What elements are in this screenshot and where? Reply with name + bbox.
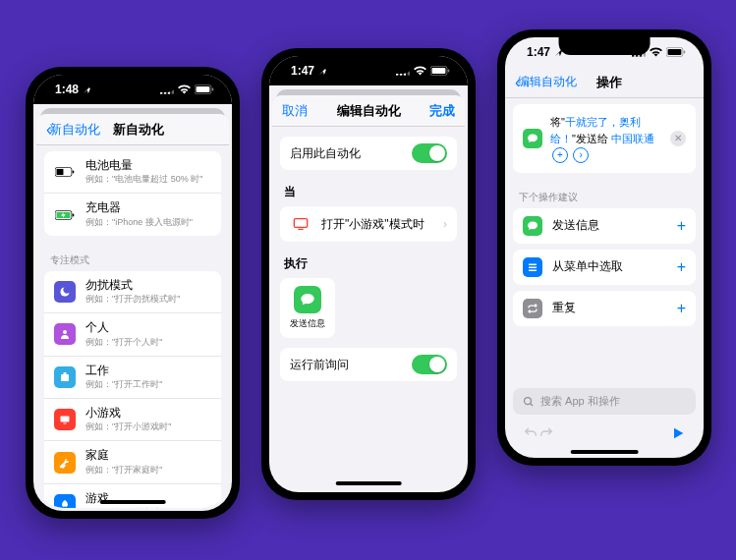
recipient-param[interactable]: 中国联通 <box>611 133 654 144</box>
nav-title: 编辑自动化 <box>337 102 401 120</box>
add-recipient-button[interactable]: + <box>552 147 568 163</box>
nav-bar: 取消 编辑自动化 完成 <box>272 95 465 127</box>
add-icon[interactable]: + <box>677 300 686 317</box>
redo-button[interactable] <box>538 425 554 444</box>
message-icon <box>523 129 542 148</box>
svg-rect-28 <box>432 68 446 74</box>
suggestion-send-message[interactable]: 发送信息 + <box>513 208 696 244</box>
wifi-icon <box>650 47 662 57</box>
battery-icon <box>666 47 686 57</box>
nav-bar: ‹新自动化 新自动化 <box>36 114 229 145</box>
action-summary[interactable]: 将"干就完了，奥利给！"发送给 中国联通 + › ✕ <box>513 104 696 173</box>
trigger-battery[interactable]: 电池电量例如："电池电量超过 50% 时" <box>44 151 221 194</box>
svg-point-13 <box>63 330 67 334</box>
svg-line-43 <box>531 403 534 406</box>
display-icon <box>54 409 76 430</box>
badge-icon <box>54 366 76 388</box>
focus-personal[interactable]: 个人例如："打开个人时" <box>44 313 221 356</box>
person-icon <box>54 323 76 345</box>
display-icon <box>290 213 311 235</box>
focus-family[interactable]: 家庭例如："打开家庭时" <box>44 441 221 483</box>
suggestion-label: 下个操作建议 <box>513 181 696 208</box>
battery-level-icon <box>54 161 76 183</box>
nav-title: 新自动化 <box>113 121 164 139</box>
focus-minigame[interactable]: 小游戏例如："打开小游戏时" <box>44 399 221 441</box>
wifi-icon <box>178 84 191 94</box>
svg-rect-14 <box>61 374 69 381</box>
svg-rect-16 <box>61 417 70 422</box>
undo-button[interactable] <box>523 425 538 444</box>
search-icon <box>523 396 535 408</box>
when-condition[interactable]: 打开"小游戏"模式时 › <box>280 206 457 242</box>
when-label: 当 <box>280 178 457 206</box>
svg-rect-15 <box>64 372 67 374</box>
menu-icon <box>523 257 542 277</box>
focus-gaming[interactable]: 游戏例如："打开游戏时" <box>44 484 221 508</box>
home-indicator[interactable] <box>336 481 402 485</box>
svg-rect-30 <box>294 219 307 228</box>
tools-icon <box>54 452 76 474</box>
svg-rect-17 <box>64 423 67 424</box>
svg-rect-5 <box>197 86 210 92</box>
wifi-icon <box>414 66 426 76</box>
back-button[interactable]: ‹编辑自动化 <box>515 74 577 91</box>
svg-rect-37 <box>668 49 682 55</box>
svg-rect-38 <box>684 50 686 53</box>
svg-rect-39 <box>529 263 537 265</box>
svg-rect-9 <box>73 171 75 174</box>
action-send-message[interactable]: 发送信息 <box>280 278 335 338</box>
run-button[interactable] <box>670 425 686 444</box>
search-field[interactable]: 搜索 App 和操作 <box>513 388 696 415</box>
svg-rect-40 <box>529 266 537 268</box>
moon-icon <box>54 281 76 303</box>
focus-dnd[interactable]: 勿扰模式例如："打开勿扰模式时" <box>44 271 221 313</box>
charger-icon <box>54 204 76 226</box>
rocket-icon <box>54 494 76 508</box>
bottom-toolbar <box>505 425 704 444</box>
suggestion-repeat[interactable]: 重复 + <box>513 291 696 326</box>
battery-icon <box>430 66 450 76</box>
remove-action-button[interactable]: ✕ <box>670 131 686 146</box>
chevron-right-icon: › <box>443 217 447 231</box>
home-indicator[interactable] <box>100 500 166 504</box>
status-time: 1:47 <box>527 45 550 59</box>
toggle-on[interactable] <box>412 143 447 163</box>
home-indicator[interactable] <box>571 450 639 454</box>
svg-rect-41 <box>529 269 537 271</box>
add-icon[interactable]: + <box>677 258 686 276</box>
focus-section-label: 专注模式 <box>44 244 221 271</box>
message-icon <box>294 286 321 313</box>
toggle-on[interactable] <box>412 355 447 374</box>
focus-work[interactable]: 工作例如："打开工作时" <box>44 357 221 399</box>
action-label: 发送信息 <box>286 317 329 330</box>
svg-point-42 <box>525 397 532 404</box>
battery-icon <box>195 84 214 94</box>
back-button[interactable]: ‹新自动化 <box>46 121 100 139</box>
run-label: 执行 <box>280 250 457 278</box>
message-icon <box>523 216 542 236</box>
svg-rect-29 <box>448 69 450 72</box>
done-button[interactable]: 完成 <box>429 102 455 120</box>
trigger-charger[interactable]: 充电器例如："iPhone 接入电源时" <box>44 194 221 235</box>
ask-before-run-row[interactable]: 运行前询问 <box>280 348 457 381</box>
repeat-icon <box>523 299 542 318</box>
cancel-button[interactable]: 取消 <box>282 102 308 120</box>
focus-group: 勿扰模式例如："打开勿扰模式时" 个人例如："打开个人时" 工作例如："打开工作… <box>44 271 221 508</box>
enable-toggle-row[interactable]: 启用此自动化 <box>280 137 457 170</box>
trigger-group-power: 电池电量例如："电池电量超过 50% 时" 充电器例如："iPhone 接入电源… <box>44 151 221 236</box>
expand-button[interactable]: › <box>573 147 589 163</box>
svg-rect-8 <box>57 169 64 175</box>
add-icon[interactable]: + <box>677 217 686 235</box>
status-time: 1:48 <box>55 83 79 96</box>
nav-bar: ‹编辑自动化 操作 <box>505 67 704 98</box>
suggestion-choose-from-menu[interactable]: 从菜单中选取 + <box>513 250 696 285</box>
nav-title: 操作 <box>596 74 622 91</box>
svg-rect-6 <box>212 87 214 90</box>
search-placeholder: 搜索 App 和操作 <box>540 394 620 409</box>
status-time: 1:47 <box>291 64 314 78</box>
svg-rect-12 <box>73 213 75 216</box>
